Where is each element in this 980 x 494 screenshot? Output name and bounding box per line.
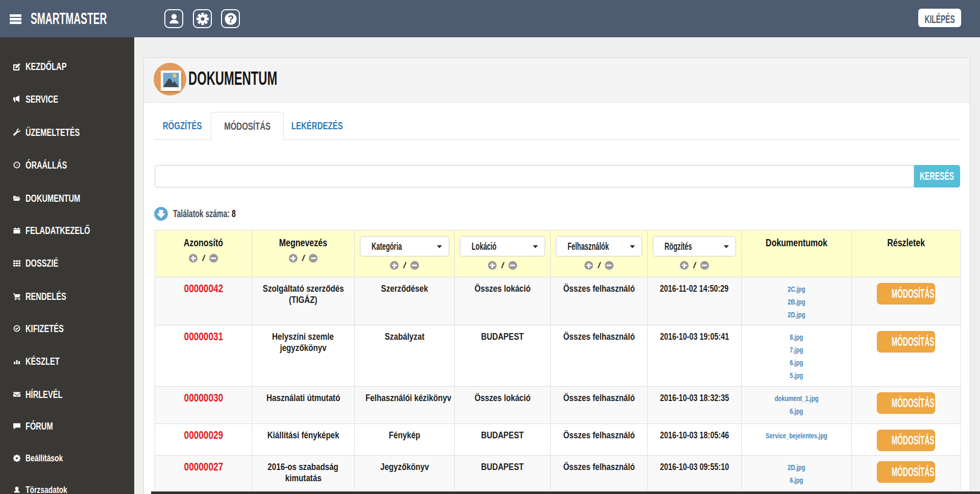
svg-text:?: ?	[227, 13, 233, 25]
